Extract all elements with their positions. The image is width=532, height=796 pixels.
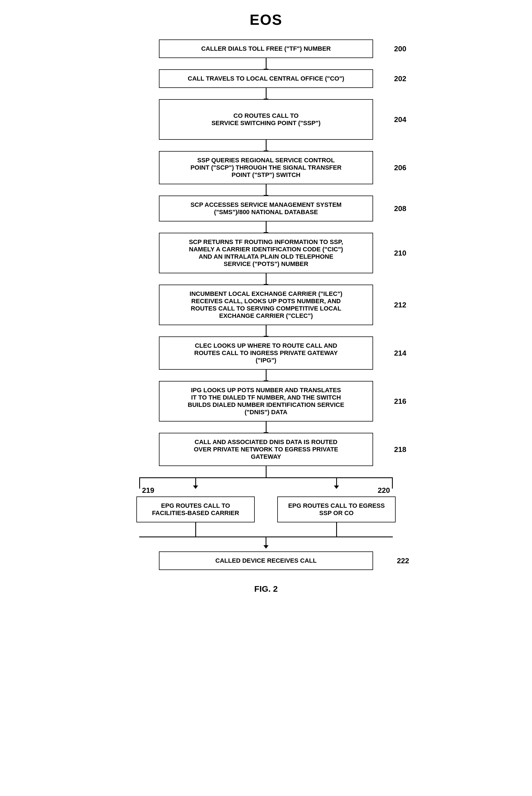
- arrow-2: [266, 88, 267, 99]
- split-box-220: EPG ROUTES CALL TO EGRESS SSP OR CO: [277, 496, 396, 523]
- box-218-text: CALL AND ASSOCIATED DNIS DATA IS ROUTEDO…: [194, 438, 338, 460]
- label-220: 220: [378, 486, 390, 495]
- label-202: 202: [394, 74, 406, 83]
- figure-caption: FIG. 2: [254, 584, 278, 594]
- flow-box-200: CALLER DIALS TOLL FREE ("TF") NUMBER 200: [159, 39, 373, 58]
- page-title: EOS: [250, 11, 282, 28]
- label-210: 210: [394, 249, 406, 258]
- flow-box-218: CALL AND ASSOCIATED DNIS DATA IS ROUTEDO…: [159, 433, 373, 466]
- label-206: 206: [394, 164, 406, 172]
- label-212: 212: [394, 301, 406, 309]
- box-212-text: INCUMBENT LOCAL EXCHANGE CARRIER ("ILEC"…: [190, 290, 342, 319]
- box-200-text: CALLER DIALS TOLL FREE ("TF") NUMBER: [201, 45, 331, 52]
- label-200: 200: [394, 44, 406, 53]
- arrow-7: [266, 325, 267, 337]
- box-222-text: CALLED DEVICE RECEIVES CALL: [215, 557, 317, 564]
- box-210-text: SCP RETURNS TF ROUTING INFORMATION TO SS…: [189, 239, 343, 267]
- flow-box-212: INCUMBENT LOCAL EXCHANGE CARRIER ("ILEC"…: [159, 285, 373, 325]
- label-208: 208: [394, 204, 406, 213]
- flow-box-216: IPG LOOKS UP POTS NUMBER AND TRANSLATESI…: [159, 381, 373, 421]
- box-214-text: CLEC LOOKS UP WHERE TO ROUTE CALL ANDROU…: [194, 342, 338, 364]
- flowchart: EOS CALLER DIALS TOLL FREE ("TF") NUMBER…: [97, 11, 435, 594]
- label-204: 204: [394, 115, 406, 124]
- arrow-3: [266, 140, 267, 151]
- split-box-220-text: EPG ROUTES CALL TO EGRESS SSP OR CO: [288, 502, 385, 516]
- label-216: 216: [394, 397, 406, 406]
- arrow-1: [266, 58, 267, 69]
- flow-box-222: CALLED DEVICE RECEIVES CALL 222: [159, 551, 373, 570]
- arrow-8: [266, 370, 267, 381]
- box-202-text: CALL TRAVELS TO LOCAL CENTRAL OFFICE ("C…: [188, 75, 344, 82]
- box-204-text: CO ROUTES CALL TOSERVICE SWITCHING POINT…: [211, 112, 320, 127]
- flow-box-202: CALL TRAVELS TO LOCAL CENTRAL OFFICE ("C…: [159, 69, 373, 88]
- arrow-5: [266, 222, 267, 233]
- box-208-text: SCP ACCESSES SERVICE MANAGEMENT SYSTEM("…: [190, 201, 342, 215]
- label-222: 222: [397, 556, 409, 565]
- arrow-9: [266, 421, 267, 433]
- split-box-219: EPG ROUTES CALL TO FACILITIES-BASED CARR…: [136, 496, 255, 523]
- split-box-219-text: EPG ROUTES CALL TO FACILITIES-BASED CARR…: [152, 502, 239, 516]
- label-219: 219: [142, 486, 154, 495]
- flow-box-214: CLEC LOOKS UP WHERE TO ROUTE CALL ANDROU…: [159, 337, 373, 370]
- flow-box-204: CO ROUTES CALL TOSERVICE SWITCHING POINT…: [159, 99, 373, 140]
- box-206-text: SSP QUERIES REGIONAL SERVICE CONTROLPOIN…: [190, 157, 342, 178]
- label-214: 214: [394, 349, 406, 358]
- box-216-text: IPG LOOKS UP POTS NUMBER AND TRANSLATESI…: [188, 386, 344, 416]
- arrow-4: [266, 184, 267, 195]
- label-218: 218: [394, 445, 406, 454]
- flow-box-210: SCP RETURNS TF ROUTING INFORMATION TO SS…: [159, 233, 373, 273]
- flow-box-206: SSP QUERIES REGIONAL SERVICE CONTROLPOIN…: [159, 151, 373, 184]
- arrow-6: [266, 273, 267, 285]
- flow-box-208: SCP ACCESSES SERVICE MANAGEMENT SYSTEM("…: [159, 195, 373, 222]
